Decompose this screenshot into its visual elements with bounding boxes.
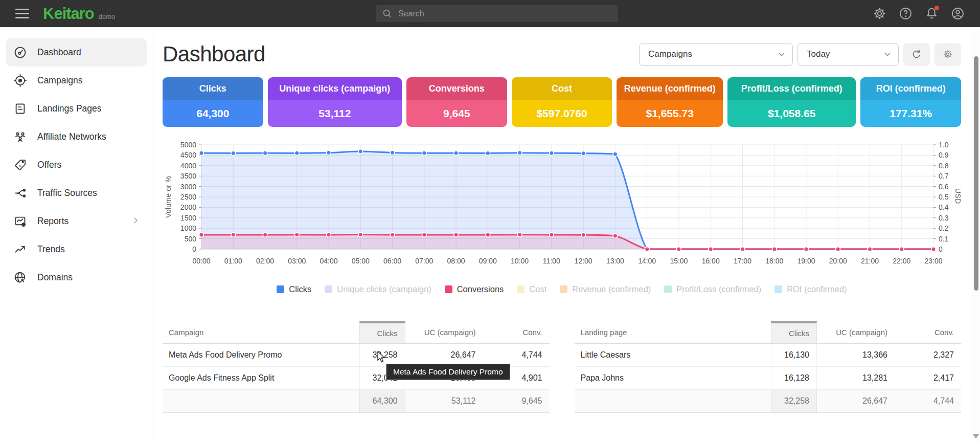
search-bar[interactable] (376, 5, 618, 22)
legend-swatch (560, 285, 567, 293)
row-name-cell: Papa Johns (575, 367, 771, 390)
sidebar-item-traffic-sources[interactable]: Traffic Sources (6, 179, 147, 207)
svg-text:10:00: 10:00 (511, 257, 529, 265)
metric-card-profit-loss-confirmed: Profit/Loss (confirmed)$1,058.65 (727, 77, 856, 127)
chart-legend: ClicksUnique clicks (campaign)Conversion… (163, 284, 961, 294)
sidebar-item-campaigns[interactable]: Campaigns (6, 67, 147, 95)
svg-text:3500: 3500 (180, 172, 196, 180)
metric-card-value: 177.31% (860, 100, 961, 127)
svg-text:01:00: 01:00 (224, 257, 242, 265)
scroll-down-arrow-icon[interactable] (973, 434, 979, 438)
sidebar-item-label: Domains (37, 272, 73, 283)
hamburger-menu-icon[interactable] (15, 6, 29, 21)
row-value-cell: 16,128 (771, 367, 817, 390)
refresh-button[interactable] (903, 43, 930, 66)
footer-total-cell: 32,258 (771, 390, 817, 413)
row-value-cell: 2,417 (895, 367, 961, 390)
svg-text:12:00: 12:00 (575, 257, 592, 265)
legend-label: Profit/Loss (confirmed) (676, 284, 761, 294)
brand-logo: Keitaro (43, 5, 94, 23)
column-header-uc-campaign[interactable]: UC (campaign) (817, 321, 895, 344)
column-header-conv[interactable]: Conv. (483, 321, 550, 344)
account-icon[interactable] (951, 7, 965, 20)
grouping-select-value: Campaigns (648, 49, 692, 59)
legend-item-unique-clicks-campaign[interactable]: Unique clicks (campaign) (325, 284, 431, 294)
row-value-cell: 2,327 (895, 344, 961, 367)
svg-text:08:00: 08:00 (447, 257, 465, 265)
column-header-landing-page[interactable]: Landing page (575, 321, 771, 344)
sidebar-item-label: Landings Pages (37, 103, 102, 114)
column-header-conv[interactable]: Conv. (895, 321, 961, 344)
legend-item-conversions[interactable]: Conversions (445, 284, 504, 294)
traffic-sources-icon (13, 186, 27, 200)
column-header-uc-campaign[interactable]: UC (campaign) (405, 321, 483, 344)
metric-card-unique-clicks-campaign: Unique clicks (campaign)53,112 (268, 77, 402, 127)
svg-text:0: 0 (192, 245, 196, 253)
grouping-select[interactable]: Campaigns (639, 43, 793, 66)
domains-icon (13, 271, 27, 284)
sidebar-item-offers[interactable]: sOffers (6, 151, 147, 179)
dashboard-settings-button[interactable] (935, 43, 961, 66)
column-header-campaign[interactable]: Campaign (163, 321, 359, 344)
svg-text:15:00: 15:00 (670, 257, 688, 265)
sidebar-item-dashboard[interactable]: Dashboard (6, 38, 147, 67)
metric-card-value: 64,300 (163, 100, 263, 127)
scrollbar-thumb[interactable] (974, 56, 978, 291)
top-bar: Keitaro demo (0, 0, 980, 27)
svg-text:00:00: 00:00 (192, 257, 210, 265)
metric-card-value: 9,645 (406, 100, 507, 127)
date-range-select[interactable]: Today (797, 43, 899, 66)
sidebar-item-label: Trends (37, 244, 65, 255)
help-icon[interactable] (899, 7, 913, 20)
legend-item-cost[interactable]: Cost (517, 284, 546, 294)
sidebar-item-trends[interactable]: Trends (6, 235, 147, 263)
row-name-cell: Little Caesars (575, 344, 771, 367)
landing-pages-table: Landing pageClicksUC (campaign)Conv.Litt… (575, 321, 962, 413)
sidebar-item-landings-pages[interactable]: Landings Pages (6, 95, 147, 123)
svg-text:16:00: 16:00 (702, 257, 720, 265)
page-title: Dashboard (163, 42, 265, 67)
svg-text:05:00: 05:00 (352, 257, 370, 265)
metric-card-label: Revenue (confirmed) (617, 77, 723, 100)
svg-text:5000: 5000 (180, 141, 196, 149)
table-row[interactable]: Papa Johns16,12813,2812,417 (575, 367, 962, 390)
legend-swatch (445, 285, 452, 293)
column-header-clicks[interactable]: Clicks (359, 321, 405, 344)
sidebar-item-label: Reports (37, 216, 69, 227)
metric-card-cost: Cost$597.0760 (512, 77, 612, 127)
table-row[interactable]: Little Caesars16,13013,3662,327 (575, 344, 962, 367)
dashboard-controls: Campaigns Today (639, 43, 961, 66)
svg-text:0.4: 0.4 (939, 203, 949, 211)
metric-card-value: $1,655.73 (617, 100, 723, 127)
chevron-down-icon (778, 50, 786, 58)
svg-text:1.0: 1.0 (939, 141, 949, 149)
svg-text:0.2: 0.2 (939, 224, 949, 232)
sidebar-item-label: Offers (37, 160, 61, 170)
sidebar-item-reports[interactable]: Reports (6, 207, 147, 235)
column-header-clicks[interactable]: Clicks (771, 321, 817, 344)
metric-card-conversions: Conversions9,645 (406, 77, 507, 127)
table-header-row: CampaignClicksUC (campaign)Conv. (163, 321, 550, 344)
sidebar-item-label: Affiliate Networks (37, 131, 106, 142)
sidebar-item-domains[interactable]: Domains (6, 263, 147, 292)
metric-card-revenue-confirmed: Revenue (confirmed)$1,655.73 (617, 77, 723, 127)
row-value-cell: 16,130 (771, 344, 817, 367)
gear-icon[interactable] (873, 7, 886, 20)
page-scrollbar (972, 27, 980, 442)
legend-label: Unique clicks (campaign) (337, 284, 431, 294)
bell-icon[interactable] (925, 7, 939, 20)
brand: Keitaro demo (43, 5, 115, 23)
legend-label: Cost (529, 284, 546, 294)
legend-item-profit-loss-confirmed[interactable]: Profit/Loss (confirmed) (664, 284, 761, 294)
legend-item-clicks[interactable]: Clicks (277, 284, 311, 294)
table-footer-row: 64,30053,1129,645 (163, 390, 550, 413)
metric-card-value: $597.0760 (512, 100, 612, 127)
search-input[interactable] (397, 9, 618, 19)
legend-item-roi-confirmed[interactable]: ROI (confirmed) (774, 284, 847, 294)
svg-text:Volume or %: Volume or % (164, 176, 172, 218)
svg-text:23:00: 23:00 (924, 257, 942, 265)
legend-item-revenue-confirmed[interactable]: Revenue (confirmed) (560, 284, 651, 294)
svg-text:0.5: 0.5 (939, 193, 949, 201)
sidebar-item-affiliate-networks[interactable]: Affiliate Networks (6, 123, 147, 151)
footer-total-cell (163, 390, 359, 413)
